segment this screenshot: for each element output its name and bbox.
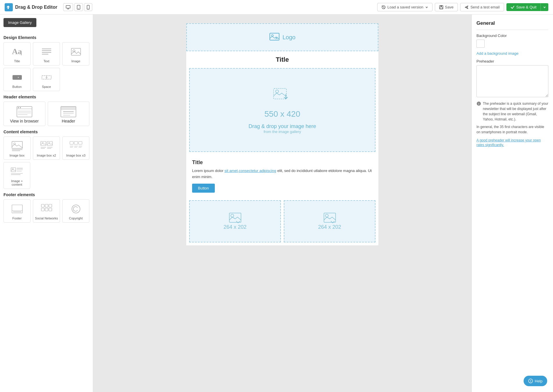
element-card-copyright[interactable]: Copyright (62, 199, 89, 223)
element-card-image[interactable]: Image (62, 42, 89, 65)
image-drop-block[interactable]: 550 x 420 Drag & drop your image here fr… (189, 68, 375, 152)
panel-divider (476, 30, 548, 30)
panel-title: General (476, 20, 548, 26)
image-drag-text: Drag & drop your image here (249, 123, 316, 130)
svg-text:?: ? (530, 380, 532, 383)
save-label: Save (445, 5, 454, 9)
main-layout: Image Gallery Design Elements Aa Title (0, 15, 553, 392)
tablet-view-btn[interactable] (74, 3, 83, 11)
desktop-icon (66, 5, 70, 9)
content-elements-grid: Image box (3, 136, 89, 160)
mobile-view-btn[interactable] (84, 3, 92, 11)
element-image-box-label: Image box (10, 154, 24, 157)
svg-rect-50 (70, 141, 73, 144)
svg-rect-10 (440, 6, 442, 7)
load-saved-btn[interactable]: Load a saved version (377, 3, 433, 11)
copyright-element-icon (70, 203, 82, 215)
save-quit-main-btn[interactable]: Save & Quit (506, 3, 540, 11)
element-title-label: Title (14, 59, 20, 63)
view-browser-element-icon (16, 105, 33, 119)
image-placeholder-left-icon (229, 212, 242, 224)
check-icon (511, 5, 515, 9)
topbar: Drag & Drop Editor (0, 0, 553, 15)
preheader-info-2: In general, the 35 first characters are … (476, 124, 548, 135)
save-quit-dropdown-btn[interactable] (540, 3, 548, 11)
image-box-left[interactable]: 264 x 202 (189, 200, 281, 242)
header-elements-title: Header elements (3, 95, 89, 99)
text-element-icon (40, 46, 53, 58)
svg-rect-26 (17, 107, 32, 117)
element-card-footer[interactable]: Footer (3, 199, 31, 223)
element-text-label: Text (43, 59, 49, 63)
svg-point-32 (20, 107, 21, 108)
bg-color-label: Background Color (476, 33, 548, 38)
element-card-social[interactable]: Social Networks (33, 199, 60, 223)
element-header-label: Header (62, 119, 75, 123)
right-panel: General Background Color Add a backgroun… (472, 15, 553, 392)
element-card-title[interactable]: Aa Title (3, 42, 31, 65)
info-icon: i (476, 101, 481, 106)
svg-rect-72 (41, 208, 44, 211)
element-card-image-box-2[interactable]: Image box x2 (33, 136, 60, 160)
svg-point-5 (78, 8, 79, 9)
chevron-down-icon (425, 6, 428, 9)
element-card-image-box[interactable]: Image box (3, 136, 31, 160)
element-card-image-content[interactable]: Image + content (3, 162, 30, 189)
canvas-area: Logo Title 550 x 420 Drag & drop y (93, 15, 472, 392)
svg-rect-42 (41, 141, 46, 146)
image-element-icon (70, 46, 82, 58)
preheader-input[interactable] (476, 65, 548, 97)
save-icon (439, 5, 443, 9)
image-drag-subtext: from the image gallery (264, 130, 301, 134)
svg-rect-71 (49, 204, 52, 207)
element-image-box-2-label: Image box x2 (37, 154, 56, 157)
logo-block[interactable]: Logo (186, 23, 378, 51)
svg-point-7 (88, 8, 88, 9)
svg-point-60 (12, 168, 14, 170)
element-card-view-browser[interactable]: View in browser (3, 102, 45, 126)
image-gallery-btn[interactable]: Image Gallery (3, 18, 36, 27)
device-buttons (63, 3, 92, 11)
svg-point-84 (325, 214, 328, 217)
element-space-label: Space (42, 85, 51, 88)
mobile-icon (87, 5, 90, 10)
element-card-button[interactable]: Button (3, 68, 31, 91)
help-button[interactable]: ? Help (524, 376, 547, 386)
content-link[interactable]: sit amet,consectetur adipiscing (224, 168, 276, 173)
image-box-right[interactable]: 264 x 202 (284, 200, 375, 242)
send-test-btn[interactable]: Send a test email (460, 3, 504, 11)
svg-rect-1 (66, 6, 70, 8)
app-title: Drag & Drop Editor (15, 5, 57, 10)
image-box-left-size: 264 x 202 (224, 224, 247, 230)
content-block: Title Lorem ipsum dolor sit amet,consect… (186, 155, 378, 197)
element-card-space[interactable]: Space (33, 68, 60, 91)
content-text: Lorem ipsum dolor sit amet,consectetur a… (192, 168, 373, 180)
svg-rect-52 (79, 141, 82, 144)
content-button[interactable]: Button (192, 184, 215, 193)
footer-elements-title: Footer elements (3, 192, 89, 197)
canvas-title[interactable]: Title (186, 51, 378, 68)
desktop-view-btn[interactable] (63, 3, 73, 11)
element-card-image-box-3[interactable]: Image box x3 (62, 136, 89, 160)
svg-rect-83 (324, 213, 336, 222)
svg-rect-34 (61, 107, 76, 110)
design-elements-grid: Aa Title Text (3, 42, 89, 91)
content-title: Title (192, 159, 373, 166)
svg-rect-19 (71, 48, 81, 55)
save-btn[interactable]: Save (435, 3, 458, 11)
send-test-label: Send a test email (470, 5, 499, 9)
element-card-text[interactable]: Text (33, 42, 60, 65)
image-box-element-icon (11, 140, 24, 152)
title-element-icon: Aa (11, 46, 24, 58)
footer-element-icon (11, 203, 24, 215)
email-container: Logo Title 550 x 420 Drag & drop y (186, 23, 378, 245)
preheader-tip-link[interactable]: A good preheader will increase your open… (476, 138, 541, 147)
add-bg-link[interactable]: Add a background image (476, 51, 548, 56)
bg-color-swatch[interactable] (476, 40, 485, 48)
help-icon: ? (528, 379, 533, 383)
element-card-header[interactable]: Header (48, 102, 90, 126)
footer-elements-grid: Footer Social Networks (3, 199, 89, 223)
sidebar: Image Gallery Design Elements Aa Title (0, 15, 93, 392)
tablet-icon (77, 5, 80, 10)
element-copyright-label: Copyright (69, 217, 83, 220)
